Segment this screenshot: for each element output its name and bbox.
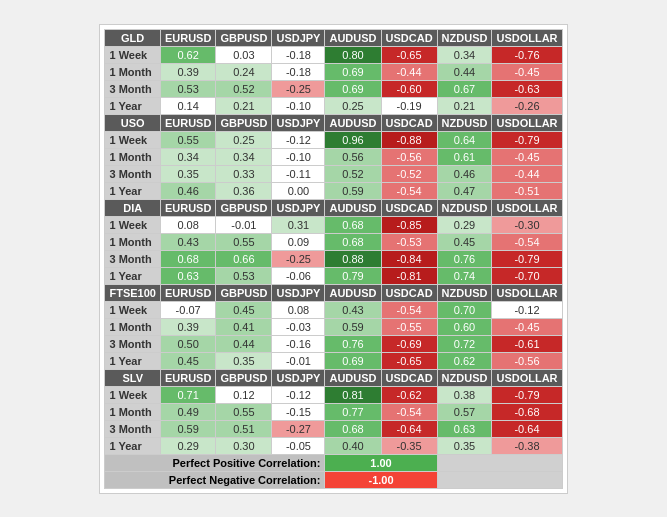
col-header-USDOLLAR: USDOLLAR xyxy=(492,114,562,131)
row-label-GLD-1 Week: 1 Week xyxy=(105,46,160,63)
cell-SLV-1 Year-USDJPY: -0.05 xyxy=(272,437,325,454)
cell-GLD-3 Month-AUDUSD: 0.69 xyxy=(325,80,381,97)
cell-USO-1 Year-EURUSD: 0.46 xyxy=(160,182,215,199)
cell-FTSE100-1 Year-USDOLLAR: -0.56 xyxy=(492,352,562,369)
footer-pos-empty xyxy=(437,454,562,471)
cell-GLD-1 Month-NZDUSD: 0.44 xyxy=(437,63,492,80)
cell-DIA-1 Year-EURUSD: 0.63 xyxy=(160,267,215,284)
cell-DIA-1 Month-GBPUSD: 0.55 xyxy=(216,233,272,250)
cell-USO-3 Month-EURUSD: 0.35 xyxy=(160,165,215,182)
cell-FTSE100-1 Year-USDCAD: -0.65 xyxy=(381,352,437,369)
col-header-USDJPY: USDJPY xyxy=(272,29,325,46)
footer-pos-value: 1.00 xyxy=(325,454,437,471)
row-label-SLV-1 Week: 1 Week xyxy=(105,386,160,403)
col-header-USDOLLAR: USDOLLAR xyxy=(492,199,562,216)
cell-USO-1 Year-USDCAD: -0.54 xyxy=(381,182,437,199)
col-header-USDJPY: USDJPY xyxy=(272,369,325,386)
cell-USO-3 Month-USDOLLAR: -0.44 xyxy=(492,165,562,182)
cell-FTSE100-1 Month-USDCAD: -0.55 xyxy=(381,318,437,335)
cell-DIA-1 Week-NZDUSD: 0.29 xyxy=(437,216,492,233)
col-header-GBPUSD: GBPUSD xyxy=(216,369,272,386)
cell-SLV-3 Month-USDJPY: -0.27 xyxy=(272,420,325,437)
col-header-USDJPY: USDJPY xyxy=(272,114,325,131)
cell-DIA-3 Month-USDOLLAR: -0.79 xyxy=(492,250,562,267)
cell-DIA-1 Week-GBPUSD: -0.01 xyxy=(216,216,272,233)
cell-USO-1 Month-USDCAD: -0.56 xyxy=(381,148,437,165)
cell-GLD-1 Month-USDOLLAR: -0.45 xyxy=(492,63,562,80)
cell-FTSE100-1 Month-GBPUSD: 0.41 xyxy=(216,318,272,335)
cell-GLD-3 Month-GBPUSD: 0.52 xyxy=(216,80,272,97)
col-header-EURUSD: EURUSD xyxy=(160,29,215,46)
col-header-USDOLLAR: USDOLLAR xyxy=(492,284,562,301)
row-label-USO-1 Year: 1 Year xyxy=(105,182,160,199)
col-header-NZDUSD: NZDUSD xyxy=(437,369,492,386)
cell-SLV-1 Year-USDOLLAR: -0.38 xyxy=(492,437,562,454)
cell-DIA-1 Week-USDOLLAR: -0.30 xyxy=(492,216,562,233)
cell-SLV-3 Month-GBPUSD: 0.51 xyxy=(216,420,272,437)
cell-FTSE100-1 Week-USDCAD: -0.54 xyxy=(381,301,437,318)
cell-SLV-3 Month-AUDUSD: 0.68 xyxy=(325,420,381,437)
row-label-DIA-1 Month: 1 Month xyxy=(105,233,160,250)
cell-FTSE100-1 Week-GBPUSD: 0.45 xyxy=(216,301,272,318)
col-header-GBPUSD: GBPUSD xyxy=(216,284,272,301)
cell-GLD-3 Month-USDJPY: -0.25 xyxy=(272,80,325,97)
col-header-USDCAD: USDCAD xyxy=(381,114,437,131)
cell-GLD-1 Week-AUDUSD: 0.80 xyxy=(325,46,381,63)
cell-SLV-1 Year-EURUSD: 0.29 xyxy=(160,437,215,454)
cell-GLD-1 Week-NZDUSD: 0.34 xyxy=(437,46,492,63)
cell-FTSE100-1 Month-USDOLLAR: -0.45 xyxy=(492,318,562,335)
cell-DIA-1 Month-USDJPY: 0.09 xyxy=(272,233,325,250)
cell-SLV-3 Month-NZDUSD: 0.63 xyxy=(437,420,492,437)
col-header-USDCAD: USDCAD xyxy=(381,369,437,386)
cell-SLV-1 Year-USDCAD: -0.35 xyxy=(381,437,437,454)
cell-SLV-1 Year-NZDUSD: 0.35 xyxy=(437,437,492,454)
cell-SLV-1 Year-AUDUSD: 0.40 xyxy=(325,437,381,454)
cell-GLD-1 Month-EURUSD: 0.39 xyxy=(160,63,215,80)
col-header-NZDUSD: NZDUSD xyxy=(437,114,492,131)
cell-GLD-1 Year-NZDUSD: 0.21 xyxy=(437,97,492,114)
cell-USO-1 Month-GBPUSD: 0.34 xyxy=(216,148,272,165)
col-header-GBPUSD: GBPUSD xyxy=(216,29,272,46)
cell-DIA-1 Year-USDCAD: -0.81 xyxy=(381,267,437,284)
row-label-SLV-1 Year: 1 Year xyxy=(105,437,160,454)
row-label-GLD-3 Month: 3 Month xyxy=(105,80,160,97)
cell-FTSE100-1 Year-EURUSD: 0.45 xyxy=(160,352,215,369)
cell-SLV-3 Month-USDOLLAR: -0.64 xyxy=(492,420,562,437)
cell-DIA-3 Month-USDJPY: -0.25 xyxy=(272,250,325,267)
col-header-AUDUSD: AUDUSD xyxy=(325,29,381,46)
row-label-SLV-3 Month: 3 Month xyxy=(105,420,160,437)
cell-USO-1 Week-USDCAD: -0.88 xyxy=(381,131,437,148)
cell-USO-3 Month-USDJPY: -0.11 xyxy=(272,165,325,182)
cell-USO-1 Month-NZDUSD: 0.61 xyxy=(437,148,492,165)
col-header-USDCAD: USDCAD xyxy=(381,284,437,301)
cell-GLD-1 Week-USDCAD: -0.65 xyxy=(381,46,437,63)
col-header-AUDUSD: AUDUSD xyxy=(325,369,381,386)
col-header-EURUSD: EURUSD xyxy=(160,114,215,131)
cell-DIA-3 Month-EURUSD: 0.68 xyxy=(160,250,215,267)
cell-DIA-3 Month-AUDUSD: 0.88 xyxy=(325,250,381,267)
cell-USO-3 Month-USDCAD: -0.52 xyxy=(381,165,437,182)
cell-DIA-3 Month-USDCAD: -0.84 xyxy=(381,250,437,267)
cell-GLD-3 Month-NZDUSD: 0.67 xyxy=(437,80,492,97)
row-label-DIA-1 Year: 1 Year xyxy=(105,267,160,284)
cell-FTSE100-1 Week-USDJPY: 0.08 xyxy=(272,301,325,318)
cell-DIA-1 Year-USDOLLAR: -0.70 xyxy=(492,267,562,284)
cell-USO-1 Year-USDOLLAR: -0.51 xyxy=(492,182,562,199)
cell-FTSE100-1 Year-NZDUSD: 0.62 xyxy=(437,352,492,369)
footer-neg-empty xyxy=(437,471,562,488)
cell-GLD-1 Month-AUDUSD: 0.69 xyxy=(325,63,381,80)
cell-USO-3 Month-NZDUSD: 0.46 xyxy=(437,165,492,182)
cell-SLV-1 Week-USDCAD: -0.62 xyxy=(381,386,437,403)
row-label-DIA-3 Month: 3 Month xyxy=(105,250,160,267)
cell-FTSE100-1 Week-AUDUSD: 0.43 xyxy=(325,301,381,318)
cell-USO-1 Week-USDJPY: -0.12 xyxy=(272,131,325,148)
section-name-DIA: DIA xyxy=(105,199,160,216)
cell-GLD-1 Month-USDJPY: -0.18 xyxy=(272,63,325,80)
cell-USO-1 Month-EURUSD: 0.34 xyxy=(160,148,215,165)
row-label-DIA-1 Week: 1 Week xyxy=(105,216,160,233)
cell-FTSE100-1 Year-AUDUSD: 0.69 xyxy=(325,352,381,369)
cell-GLD-1 Month-GBPUSD: 0.24 xyxy=(216,63,272,80)
cell-SLV-1 Month-AUDUSD: 0.77 xyxy=(325,403,381,420)
row-label-SLV-1 Month: 1 Month xyxy=(105,403,160,420)
cell-FTSE100-3 Month-USDJPY: -0.16 xyxy=(272,335,325,352)
